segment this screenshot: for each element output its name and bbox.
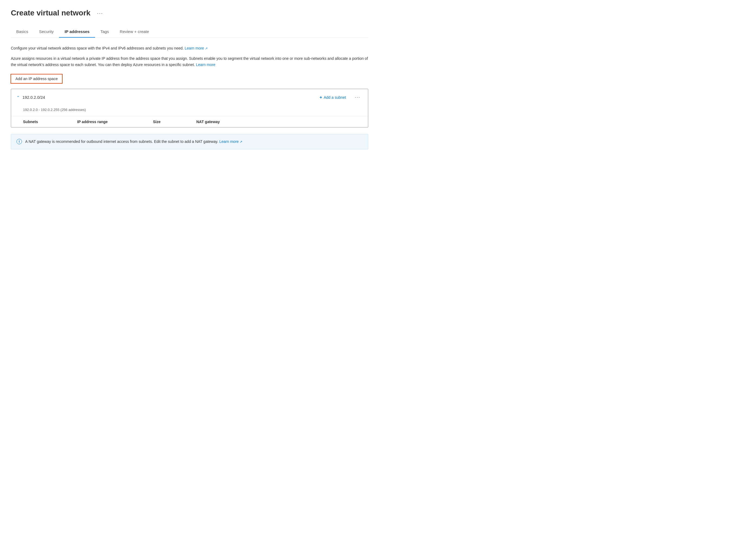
tab-tags[interactable]: Tags [95,26,115,38]
nat-gateway-notice: i A NAT gateway is recommended for outbo… [11,134,368,149]
address-space-more-options-button[interactable]: ··· [353,93,363,101]
tabs-bar: Basics Security IP addresses Tags Review… [11,26,368,38]
nat-learn-more-link[interactable]: Learn more [219,139,242,144]
col-header-size: Size [153,120,196,124]
chevron-up-icon[interactable]: ⌃ [16,95,20,99]
page-header: Create virtual network ··· [11,9,368,17]
address-space-cidr: 192.0.2.0/24 [23,95,45,99]
col-header-ip-range: IP address range [77,120,153,124]
info-icon: i [16,139,22,144]
learn-more-link-1[interactable]: Learn more [185,46,208,50]
description-section: Configure your virtual network address s… [11,45,368,68]
tab-ip-addresses[interactable]: IP addresses [59,26,95,38]
col-header-nat-gateway: NAT gateway [196,120,363,124]
nat-notice-text: A NAT gateway is recommended for outboun… [25,138,242,144]
learn-more-link-2[interactable]: Learn more [196,62,215,67]
tab-basics[interactable]: Basics [11,26,34,38]
page-title: Create virtual network [11,9,90,17]
add-subnet-button[interactable]: + Add a subnet [317,94,348,101]
address-space-left: ⌃ 192.0.2.0/24 [16,95,45,99]
description-line-2: Azure assigns resources in a virtual net… [11,55,368,68]
address-range-text: 192.0.2.0 - 192.0.2.255 (256 addresses) [11,105,368,116]
address-space-header: ⌃ 192.0.2.0/24 + Add a subnet ··· [11,89,368,105]
subnets-table-header: Subnets IP address range Size NAT gatewa… [11,116,368,127]
col-header-subnets: Subnets [23,120,77,124]
plus-icon: + [320,95,322,100]
address-space-container: ⌃ 192.0.2.0/24 + Add a subnet ··· 192.0.… [11,89,368,127]
tab-review-create[interactable]: Review + create [114,26,154,38]
tab-security[interactable]: Security [34,26,59,38]
address-space-right: + Add a subnet ··· [317,93,363,101]
more-options-button[interactable]: ··· [95,9,105,17]
description-line-1: Configure your virtual network address s… [11,45,368,51]
add-ip-address-space-button[interactable]: Add an IP address space [11,74,62,83]
